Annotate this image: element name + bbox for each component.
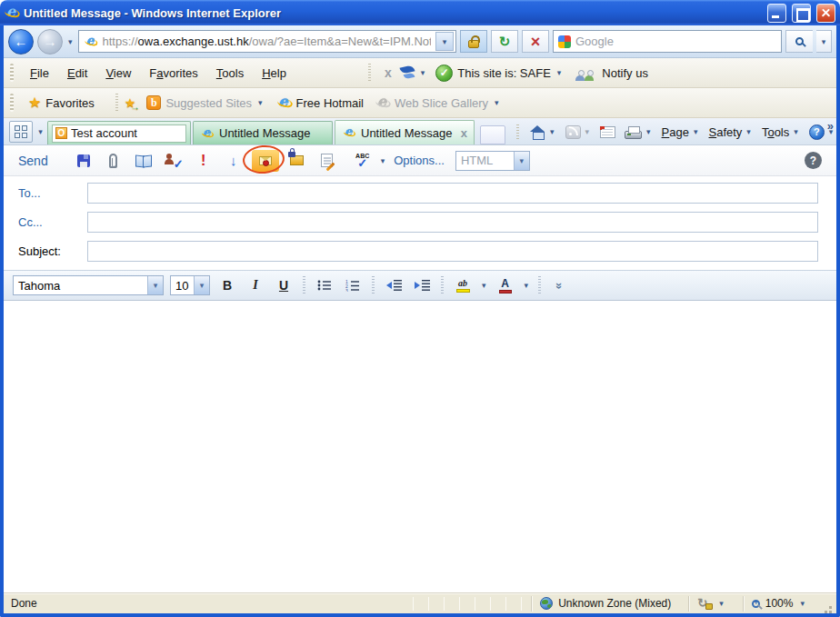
back-button[interactable]: ← [8, 29, 34, 55]
italic-button[interactable]: I [245, 274, 266, 296]
owa-help-button[interactable]: ? [805, 152, 822, 169]
font-color-button[interactable]: A [495, 274, 516, 296]
search-input[interactable] [575, 35, 776, 48]
bullet-list-button[interactable] [314, 274, 335, 296]
url-field[interactable]: e https://owa.exchange.ust.hk/owa/?ae=It… [78, 30, 456, 53]
options-button[interactable]: Options... [394, 154, 445, 167]
tab-test-account[interactable]: O Test account [47, 121, 191, 144]
print-button[interactable]: ▾ [620, 121, 657, 143]
more-formatting-button[interactable]: » [549, 274, 571, 296]
feeds-button[interactable]: ▾ [561, 121, 596, 143]
font-family-select[interactable]: Tahoma ▾ [13, 275, 164, 295]
menu-favorites[interactable]: Favorites [140, 63, 206, 84]
refresh-button[interactable]: ↻ [491, 30, 518, 53]
resize-grip[interactable] [820, 597, 834, 611]
stop-button[interactable]: × [522, 30, 549, 53]
attach-file-button[interactable] [100, 149, 127, 173]
minimize-button[interactable] [767, 4, 786, 23]
toolbar-grip[interactable] [115, 94, 118, 112]
page-menu-button[interactable]: Page▾ [657, 121, 705, 143]
toolbar-grip[interactable] [10, 94, 14, 112]
subject-input[interactable] [87, 241, 818, 262]
chevron-down-icon[interactable]: ▾ [419, 68, 427, 77]
site-safety-label[interactable]: This site is: SAFE [453, 66, 555, 80]
to-button[interactable]: To... [18, 186, 87, 200]
cc-input[interactable] [87, 212, 818, 233]
toolbar-grip[interactable] [516, 124, 519, 141]
menu-file[interactable]: File [21, 63, 58, 84]
highlight-button[interactable]: ab [452, 274, 474, 296]
rss-icon [565, 125, 581, 139]
decrease-indent-button[interactable] [383, 274, 405, 296]
font-size-select[interactable]: 10 ▾ [170, 275, 210, 295]
suggested-sites-button[interactable]: Suggested Sites [161, 96, 256, 110]
search-button[interactable] [785, 30, 813, 53]
forward-button[interactable]: → [37, 29, 63, 55]
read-mail-button[interactable] [595, 121, 620, 143]
home-button[interactable]: ▾ [525, 121, 561, 143]
font-color-icon: A [499, 278, 512, 294]
web-slice-gallery-button[interactable]: Web Slice Gallery [390, 96, 493, 110]
spell-check-button[interactable]: ABC✓ [349, 149, 376, 173]
menu-view[interactable]: View [96, 63, 140, 84]
close-toolbar-button[interactable]: x [377, 65, 399, 80]
help-menu-button[interactable]: ?▾ [805, 121, 840, 143]
highlight-dropdown[interactable]: ▾ [480, 281, 488, 290]
insert-signature-button[interactable] [314, 149, 341, 173]
encrypt-message-button[interactable] [284, 149, 311, 173]
more-commands-chevron[interactable]: » [827, 120, 834, 132]
tab-untitled-message-1[interactable]: e Untitled Message [193, 121, 333, 144]
chevron-down-icon[interactable]: ▾ [256, 98, 265, 107]
check-names-button[interactable]: ✓ [160, 149, 187, 173]
send-button[interactable]: Send [18, 154, 48, 168]
menu-tools[interactable]: Tools [207, 63, 253, 84]
bold-button[interactable]: B [216, 274, 238, 296]
maximize-button[interactable] [792, 4, 811, 23]
close-tab-icon[interactable]: x [461, 127, 467, 139]
formatting-toolbar: Tahoma ▾ 10 ▾ B I U 123 [4, 270, 836, 301]
zoom-panel[interactable]: 100% ▾ [743, 596, 815, 612]
chevron-down-icon[interactable]: ▾ [555, 68, 564, 77]
protected-mode-panel[interactable]: ↻ ▾ [688, 596, 734, 612]
toolbar-grip[interactable] [368, 64, 371, 82]
message-format-select[interactable]: HTML ▾ [455, 151, 530, 171]
tab-list-dropdown[interactable]: ▾ [34, 121, 47, 143]
search-options-dropdown[interactable]: ▾ [816, 30, 832, 53]
importance-high-button[interactable]: ! [190, 149, 217, 173]
quick-tabs-button[interactable] [9, 121, 33, 143]
numbered-list-button[interactable]: 123 [342, 274, 364, 296]
increase-indent-button[interactable] [411, 274, 433, 296]
search-box[interactable] [553, 30, 782, 53]
to-input[interactable] [87, 183, 818, 204]
importance-low-button[interactable]: ↓ [220, 149, 247, 173]
notify-us-button[interactable]: Notify us [597, 66, 653, 80]
cc-button[interactable]: Cc... [18, 215, 87, 229]
home-icon [530, 125, 545, 138]
history-dropdown-icon[interactable]: ▾ [66, 37, 75, 46]
numbered-list-icon: 123 [345, 279, 360, 292]
toolbar-grip[interactable] [10, 64, 14, 82]
new-tab-button[interactable] [480, 125, 505, 144]
chevron-down-icon[interactable]: ▾ [493, 98, 501, 107]
sign-message-button[interactable] [250, 149, 281, 173]
save-button[interactable] [70, 149, 97, 173]
security-lock-button[interactable] [460, 30, 487, 53]
spell-check-dropdown[interactable]: ▾ [379, 156, 387, 165]
outlook-icon: O [55, 127, 67, 139]
tab-untitled-message-2-active[interactable]: e Untitled Message x [335, 120, 475, 144]
chevron-down-icon: ▾ [147, 276, 163, 294]
favorites-button[interactable]: Favorites [41, 96, 98, 110]
message-body-editor[interactable] [4, 301, 836, 592]
menu-help[interactable]: Help [253, 63, 295, 84]
url-dropdown-button[interactable]: ▾ [435, 32, 454, 51]
menu-edit[interactable]: Edit [58, 63, 96, 84]
add-favorite-icon[interactable]: ★ [125, 96, 136, 109]
free-hotmail-button[interactable]: Free Hotmail [292, 96, 368, 110]
address-book-button[interactable] [130, 149, 157, 173]
underline-button[interactable]: U [273, 274, 295, 296]
safety-menu-button[interactable]: Safety▾ [705, 121, 757, 143]
fsecure-icon [399, 65, 419, 80]
close-button[interactable] [816, 4, 835, 23]
font-color-dropdown[interactable]: ▾ [523, 281, 531, 290]
tools-menu-button[interactable]: Tools▾ [757, 121, 805, 143]
